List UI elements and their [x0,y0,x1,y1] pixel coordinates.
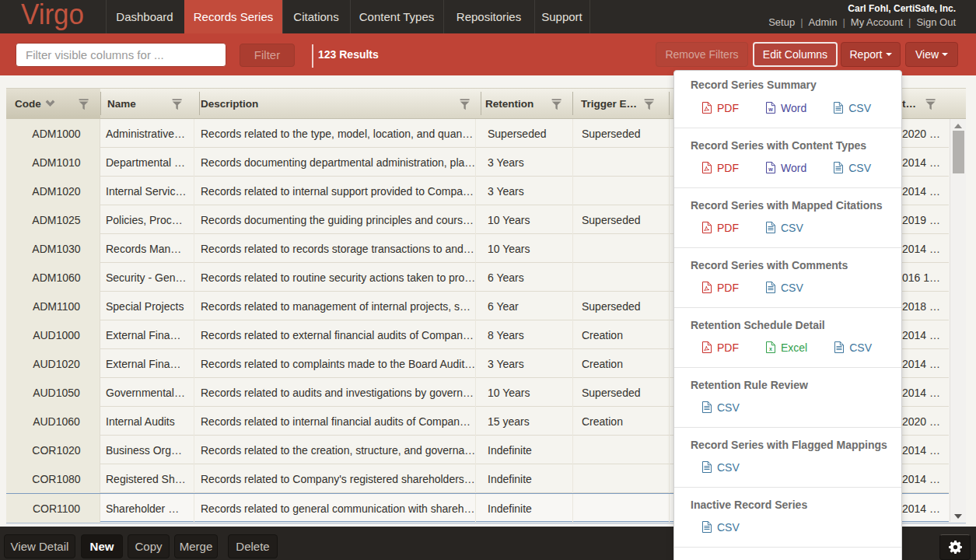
svg-text:w: w [768,107,773,112]
svg-text:w: w [768,166,773,172]
svg-text:x: x [769,346,772,352]
